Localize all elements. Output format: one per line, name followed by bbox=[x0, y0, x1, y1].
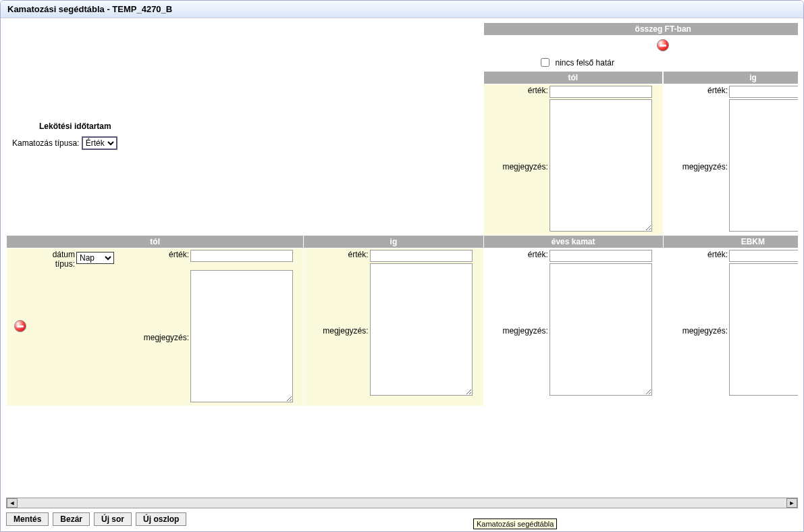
label-lower-tol-megj: megjegyzés: bbox=[126, 270, 189, 404]
label-kamatozas-tipusa: Kamatozás típusa: bbox=[12, 138, 79, 148]
new-row-button[interactable]: Új sor bbox=[94, 512, 132, 526]
label-datum: dátum bbox=[53, 250, 75, 259]
textarea-lower-ig-megj[interactable] bbox=[370, 263, 473, 396]
header-lower-ebkm: EBKM bbox=[663, 236, 798, 248]
label-upper-ig-megj: megjegyzés: bbox=[665, 99, 728, 234]
input-upper-ig-ertek[interactable] bbox=[729, 86, 798, 98]
checkbox-nincs-felso[interactable] bbox=[541, 58, 550, 67]
action-buttons: Mentés Bezár Új sor Új oszlop bbox=[6, 512, 798, 526]
header-lower-tol: tól bbox=[7, 236, 304, 248]
input-lower-tol-ertek[interactable] bbox=[190, 250, 293, 262]
label-lower-kamat-ertek: érték: bbox=[485, 250, 548, 262]
content-area: Lekötési időtartam Kamatozás típusa: Ért… bbox=[6, 22, 798, 491]
section-heading-lekotesi: Lekötési időtartam bbox=[7, 108, 483, 136]
main-grid: Lekötési időtartam Kamatozás típusa: Ért… bbox=[6, 22, 798, 406]
label-tipus: típus: bbox=[55, 259, 75, 269]
label-lower-tol-ertek: érték: bbox=[126, 250, 189, 269]
textarea-lower-ebkm-megj[interactable] bbox=[729, 263, 798, 396]
label-lower-ebkm-ertek: érték: bbox=[665, 250, 728, 262]
label-lower-ig-ertek: érték: bbox=[305, 250, 368, 262]
horizontal-scrollbar[interactable]: ◄ ► bbox=[6, 498, 798, 508]
header-lower-eves-kamat: éves kamat bbox=[483, 236, 663, 248]
header-upper-tol: tól bbox=[484, 72, 664, 84]
header-lower-ig: ig bbox=[304, 236, 483, 248]
scroll-right-arrow-icon[interactable]: ► bbox=[786, 498, 797, 508]
label-nincs-felso: nincs felső határ bbox=[556, 58, 614, 68]
window-body: Lekötési időtartam Kamatozás típusa: Ért… bbox=[1, 18, 803, 531]
save-button[interactable]: Mentés bbox=[6, 512, 49, 526]
header-upper-ig: ig bbox=[663, 72, 798, 84]
column-delete-row bbox=[484, 36, 798, 55]
textarea-upper-ig-megj[interactable] bbox=[729, 99, 798, 232]
label-lower-kamat-megj: megjegyzés: bbox=[485, 263, 548, 398]
label-lower-ebkm-megj: megjegyzés: bbox=[665, 263, 728, 398]
input-lower-ig-ertek[interactable] bbox=[370, 250, 473, 262]
label-lower-ig-megj: megjegyzés: bbox=[305, 263, 368, 398]
window-title: Kamatozási segédtábla - TEMP_4270_B bbox=[1, 1, 803, 18]
label-upper-ig-ertek: érték: bbox=[665, 86, 728, 98]
delete-row-icon[interactable] bbox=[14, 320, 26, 332]
input-lower-kamat-ertek[interactable] bbox=[550, 250, 652, 262]
delete-column-icon[interactable] bbox=[657, 39, 669, 51]
select-kamatozas-tipusa[interactable]: Érték bbox=[82, 136, 117, 150]
textarea-lower-tol-megj[interactable] bbox=[190, 270, 293, 402]
kamatozas-tipusa-row: Kamatozás típusa: Érték bbox=[7, 136, 483, 150]
close-button[interactable]: Bezár bbox=[53, 512, 90, 526]
select-datum-tipus[interactable]: Nap bbox=[76, 252, 114, 264]
input-upper-tol-ertek[interactable] bbox=[550, 86, 652, 98]
bottom-bar: ◄ ► Mentés Bezár Új sor Új oszlop bbox=[6, 498, 798, 526]
window-root: Kamatozási segédtábla - TEMP_4270_B Lekö… bbox=[0, 0, 804, 532]
scroll-left-arrow-icon[interactable]: ◄ bbox=[7, 498, 18, 508]
textarea-upper-tol-megj[interactable] bbox=[550, 99, 652, 232]
textarea-lower-kamat-megj[interactable] bbox=[550, 263, 652, 396]
tooltip: Kamatozási segédtábla bbox=[473, 518, 557, 529]
label-upper-tol-ertek: érték: bbox=[485, 86, 548, 98]
scroll-track[interactable] bbox=[18, 498, 786, 508]
new-col-button[interactable]: Új oszlop bbox=[136, 512, 186, 526]
label-upper-tol-megj: megjegyzés: bbox=[485, 99, 548, 234]
input-lower-ebkm-ertek[interactable] bbox=[729, 250, 798, 262]
header-osszeg-ft: összeg FT-ban bbox=[483, 23, 798, 36]
